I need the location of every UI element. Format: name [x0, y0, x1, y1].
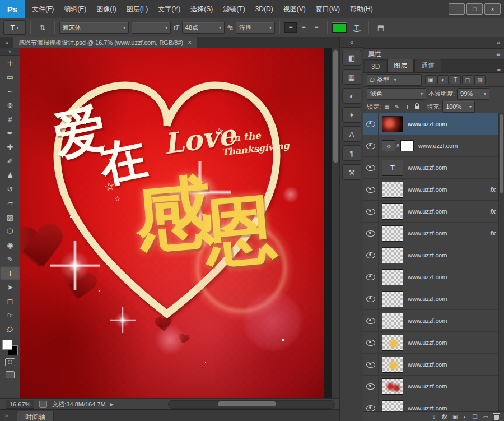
layer-row[interactable]: www.uzzf.com — [363, 354, 499, 376]
tools-collapse-chevron[interactable]: » — [0, 48, 20, 56]
delete-layer-icon[interactable] — [494, 413, 499, 420]
layer-thumbnail[interactable] — [382, 182, 403, 198]
layer-name[interactable]: www.uzzf.com — [408, 274, 447, 280]
lock-transparent-pixels-icon[interactable]: ▦ — [382, 103, 391, 111]
quick-mask-icon[interactable] — [0, 356, 20, 368]
layer-row[interactable]: Twww.uzzf.com — [363, 157, 499, 179]
paragraph-panel-icon[interactable]: ¶ — [342, 145, 361, 161]
text-orientation-icon[interactable]: ⇅ — [35, 21, 50, 34]
zoom-level-field[interactable]: 16.67% — [6, 400, 34, 409]
eyedropper-tool[interactable]: ✒ — [0, 126, 20, 140]
tool-preset-picker[interactable]: T — [3, 20, 26, 35]
visibility-toggle[interactable] — [363, 288, 379, 309]
minimize-button[interactable]: — — [449, 3, 465, 15]
quick-selection-tool[interactable]: ⊚ — [0, 98, 20, 112]
layer-thumbnail[interactable]: T — [382, 160, 403, 176]
visibility-toggle[interactable] — [363, 332, 379, 353]
menu-item[interactable]: 文字(Y) — [153, 0, 185, 18]
clone-stamp-tool[interactable]: ♟ — [0, 168, 20, 182]
layer-thumbnail[interactable] — [382, 357, 403, 373]
shape-tool[interactable]: ◻ — [0, 294, 20, 308]
horizontal-scrollbar[interactable] — [168, 400, 335, 409]
align-left-icon[interactable]: ≡ — [284, 22, 297, 33]
screen-mode-icon[interactable] — [0, 368, 20, 381]
tab-通道[interactable]: 通道 — [414, 59, 441, 72]
menu-item[interactable]: 选择(S) — [185, 0, 218, 18]
layer-name[interactable]: www.uzzf.com — [408, 383, 447, 390]
align-center-icon[interactable]: ≡ — [297, 22, 310, 33]
new-group-icon[interactable]: ❏ — [473, 413, 478, 420]
rectangular-marquee-tool[interactable]: ▭ — [0, 70, 20, 84]
font-family-select[interactable]: 新宋体 — [59, 22, 129, 34]
visibility-toggle[interactable] — [363, 266, 379, 288]
foreground-color-swatch[interactable] — [2, 340, 12, 350]
properties-menu-icon[interactable]: ≡ — [496, 50, 500, 58]
visibility-toggle[interactable] — [363, 397, 379, 411]
canvas-image[interactable]: 爱 在 Love in the Thanksgiving 感 恩 ☆ ☆ ☆ — [20, 48, 324, 398]
layer-thumbnail[interactable] — [382, 313, 403, 329]
layer-style-icon[interactable]: fx — [442, 413, 447, 420]
layer-name[interactable]: www.uzzf.com — [408, 317, 447, 324]
opacity-field[interactable]: 99% — [457, 88, 489, 100]
document-tab[interactable]: 感恩节海报模板设计.psd @ 16.7% (www.uzzf.com, RGB… — [13, 37, 197, 48]
panel-menu-icon[interactable]: ≡ — [497, 66, 501, 72]
brush-tool[interactable]: ✐ — [0, 154, 20, 168]
vertical-scrollbar[interactable] — [332, 48, 340, 398]
vertical-scrollbar-thumb[interactable] — [333, 50, 338, 163]
horizontal-scrollbar-thumb[interactable] — [218, 401, 276, 406]
layers-scrollbar-thumb[interactable] — [500, 114, 503, 193]
layer-thumbnail[interactable] — [382, 116, 403, 132]
layer-effects-badge[interactable]: fx — [490, 230, 496, 237]
layer-row[interactable]: www.uzzf.com — [363, 310, 499, 332]
layers-scrollbar[interactable] — [498, 113, 504, 411]
spot-healing-brush-tool[interactable]: ✚ — [0, 140, 20, 154]
menu-item[interactable]: 视图(V) — [278, 0, 311, 18]
menu-item[interactable]: 图像(I) — [91, 0, 121, 18]
path-selection-tool[interactable]: ➤ — [0, 280, 20, 294]
layer-name[interactable]: www.uzzf.com — [408, 230, 447, 237]
filter-pixel-layers-icon[interactable]: ▣ — [425, 75, 436, 84]
layer-thumbnail[interactable] — [382, 400, 403, 412]
layer-thumbnail[interactable] — [382, 247, 403, 263]
layer-thumbnail[interactable]: ☼ — [382, 140, 395, 151]
layer-row[interactable]: www.uzzf.com — [363, 332, 499, 354]
layer-name[interactable]: www.uzzf.com — [418, 142, 458, 149]
new-layer-icon[interactable]: ▭ — [483, 413, 488, 420]
align-right-icon[interactable]: ≡ — [310, 22, 323, 33]
dodge-tool[interactable]: ◉ — [0, 238, 20, 252]
filter-adjustment-layers-icon[interactable]: ◐ — [437, 75, 449, 84]
filter-smart-objects-icon[interactable]: ▨ — [474, 75, 486, 84]
layer-thumbnail[interactable] — [382, 203, 403, 220]
layer-name[interactable]: www.uzzf.com — [408, 208, 447, 215]
eraser-tool[interactable]: ▱ — [0, 196, 20, 210]
layer-row[interactable]: www.uzzf.com — [363, 397, 499, 411]
move-tool[interactable]: ✛ — [0, 56, 20, 70]
gradient-tool[interactable]: ▨ — [0, 210, 20, 224]
visibility-toggle[interactable] — [363, 201, 379, 222]
lock-image-pixels-icon[interactable]: ✎ — [393, 103, 402, 111]
layer-thumbnail[interactable] — [382, 335, 403, 351]
maximize-button[interactable]: □ — [466, 3, 483, 15]
toggle-panels-icon[interactable]: ▤ — [374, 21, 388, 34]
layer-row[interactable]: www.uzzf.com — [363, 244, 499, 266]
crop-tool[interactable]: # — [0, 112, 20, 126]
visibility-toggle[interactable] — [363, 310, 379, 331]
layer-name[interactable]: www.uzzf.com — [408, 164, 447, 171]
layer-row[interactable]: www.uzzf.comfx — [363, 179, 499, 201]
layer-row[interactable]: ☼8www.uzzf.com — [363, 135, 499, 157]
menu-item[interactable]: 窗口(W) — [311, 0, 345, 18]
pen-tool[interactable]: ✎ — [0, 252, 20, 266]
visibility-toggle[interactable] — [363, 135, 379, 156]
layer-mask-thumbnail[interactable] — [400, 140, 414, 151]
fill-field[interactable]: 100% — [442, 101, 475, 113]
timeline-collapse-chevron[interactable]: » — [4, 412, 8, 419]
menu-item[interactable]: 帮助(H) — [345, 0, 378, 18]
properties-panel-header[interactable]: 属性 ≡ — [363, 49, 504, 60]
panel-collapse-chevron[interactable]: « — [497, 39, 500, 46]
visibility-toggle[interactable] — [363, 157, 379, 178]
layer-thumbnail[interactable] — [382, 269, 403, 285]
layer-name[interactable]: www.uzzf.com — [408, 252, 447, 258]
visibility-toggle[interactable] — [363, 179, 379, 200]
filter-type-select[interactable]: Ϙ 类型 — [367, 74, 422, 86]
menu-item[interactable]: 滤镜(T) — [218, 0, 250, 18]
